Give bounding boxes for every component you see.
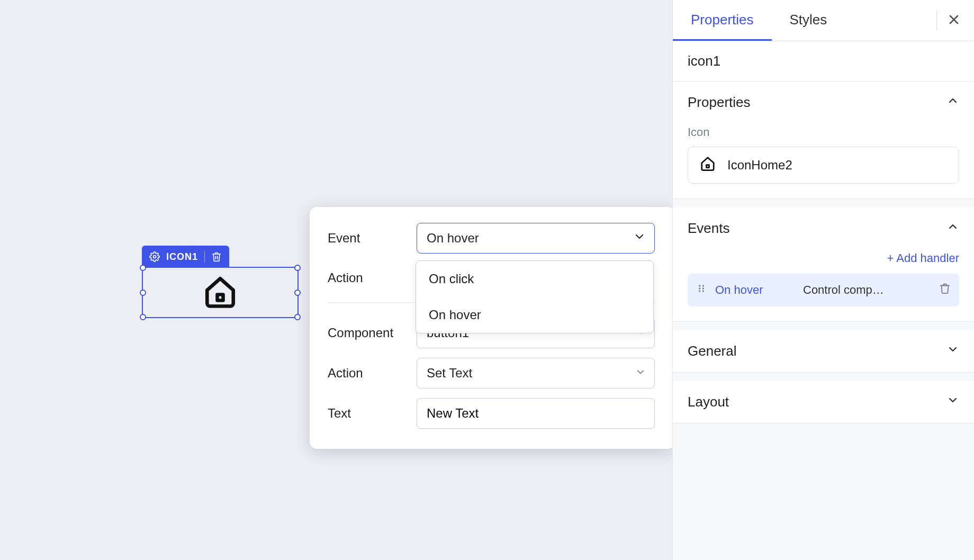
- tab-properties[interactable]: Properties: [673, 0, 772, 41]
- resize-handle-bottom-right[interactable]: [294, 314, 301, 320]
- group-layout: Layout: [673, 381, 974, 423]
- svg-point-7: [699, 290, 700, 292]
- home-icon: [203, 274, 238, 311]
- text-input[interactable]: [427, 406, 628, 421]
- event-option-on-hover[interactable]: On hover: [416, 297, 653, 333]
- event-select-value: On hover: [427, 231, 479, 246]
- resize-handle-middle-left[interactable]: [140, 290, 146, 296]
- chevron-down-icon: [946, 394, 959, 410]
- handler-row[interactable]: On hover Control comp…: [688, 274, 959, 306]
- resize-handle-middle-right[interactable]: [294, 290, 301, 296]
- chevron-down-icon: [635, 366, 646, 381]
- icon-picker-value: IconHome2: [727, 158, 792, 173]
- selection-label: ICON1: [166, 251, 198, 263]
- add-handler-button[interactable]: + Add handler: [688, 251, 959, 265]
- selected-element[interactable]: [142, 267, 299, 318]
- handler-event: On hover: [715, 283, 795, 297]
- text-label: Text: [328, 406, 417, 421]
- trash-icon[interactable]: [211, 251, 222, 262]
- icon-picker[interactable]: IconHome2: [688, 147, 959, 184]
- group-layout-title: Layout: [688, 394, 729, 410]
- svg-point-6: [699, 287, 700, 289]
- action2-label: Action: [328, 366, 417, 381]
- text-input-wrapper: [417, 398, 655, 429]
- close-icon[interactable]: [946, 12, 961, 29]
- chevron-down-icon: [946, 343, 959, 359]
- component-label: Component: [328, 326, 417, 340]
- home-icon: [700, 156, 716, 175]
- chevron-up-icon: [946, 94, 959, 111]
- tab-styles[interactable]: Styles: [772, 0, 845, 41]
- chevron-up-icon: [946, 220, 959, 237]
- panel-tabs: Properties Styles: [673, 0, 974, 41]
- chevron-down-icon: [633, 230, 646, 246]
- group-events-title: Events: [688, 220, 730, 237]
- drag-handle-icon[interactable]: [696, 283, 707, 297]
- gear-icon[interactable]: [149, 251, 160, 262]
- group-properties-title: Properties: [688, 94, 751, 111]
- event-label: Event: [328, 231, 417, 246]
- icon-field-label: Icon: [688, 125, 959, 139]
- handler-action: Control comp…: [803, 283, 931, 297]
- event-option-on-click[interactable]: On click: [416, 261, 653, 297]
- group-properties: Properties Icon IconHome2: [673, 82, 974, 199]
- svg-point-0: [154, 256, 156, 258]
- panel-body: Properties Icon IconHome2: [673, 81, 974, 560]
- svg-point-10: [702, 290, 704, 292]
- svg-rect-1: [218, 294, 223, 300]
- group-events-header[interactable]: Events: [673, 207, 974, 249]
- properties-panel: Properties Styles icon1 Properties Icon: [672, 0, 974, 560]
- resize-handle-bottom-left[interactable]: [140, 314, 146, 320]
- svg-rect-4: [707, 165, 709, 168]
- group-general: General: [673, 330, 974, 373]
- group-general-header[interactable]: General: [673, 330, 974, 372]
- group-events: Events + Add handler On hover Control co…: [673, 207, 974, 322]
- selection-badge: ICON1: [142, 246, 229, 268]
- action2-select[interactable]: Set Text: [417, 358, 655, 389]
- trash-icon[interactable]: [939, 283, 951, 297]
- svg-point-5: [699, 285, 700, 286]
- event-select[interactable]: On hover: [417, 223, 655, 254]
- resize-handle-top-right[interactable]: [294, 265, 301, 271]
- action2-select-value: Set Text: [427, 366, 472, 381]
- group-general-title: General: [688, 343, 737, 359]
- resize-handle-top-left[interactable]: [140, 265, 146, 271]
- element-name[interactable]: icon1: [673, 41, 974, 81]
- svg-point-8: [702, 285, 704, 286]
- action-label: Action: [328, 270, 417, 285]
- group-properties-header[interactable]: Properties: [673, 82, 974, 123]
- event-select-dropdown: On click On hover: [416, 260, 654, 333]
- group-layout-header[interactable]: Layout: [673, 381, 974, 423]
- svg-point-9: [702, 287, 704, 289]
